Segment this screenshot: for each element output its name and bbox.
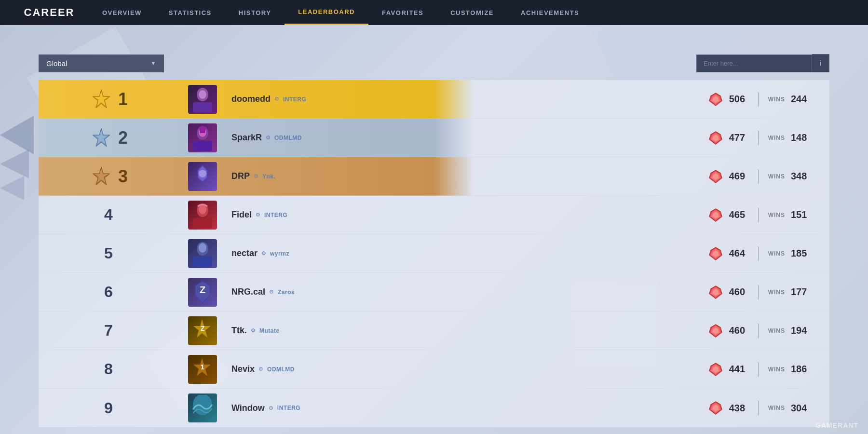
score-value: 460 bbox=[729, 286, 748, 298]
nav-item-overview[interactable]: OVERVIEW bbox=[89, 0, 155, 25]
score-divider bbox=[758, 246, 759, 261]
wins-value: 148 bbox=[791, 132, 810, 143]
wins-value: 194 bbox=[791, 325, 810, 336]
search-input[interactable] bbox=[696, 54, 812, 72]
clan-icon: ⚙ bbox=[266, 135, 271, 141]
svg-rect-42 bbox=[193, 257, 212, 267]
main-content: Global ▼ i 1 bbox=[0, 25, 868, 427]
score-section: 438 WINS 304 bbox=[708, 400, 829, 416]
rank-gem-icon bbox=[708, 207, 723, 223]
player-info: Fidel ⚙ INTERG bbox=[222, 210, 708, 220]
svg-point-43 bbox=[199, 243, 206, 253]
table-row[interactable]: 4 Fidel ⚙ INTERG 465 WINS bbox=[39, 196, 829, 234]
table-row[interactable]: 1 doomedd ⚙ INTERG 506 WINS bbox=[39, 80, 829, 119]
rank-gem-icon bbox=[708, 246, 723, 261]
rank-gem-icon bbox=[708, 362, 723, 377]
svg-point-70 bbox=[193, 395, 212, 415]
rank-gem-icon bbox=[708, 323, 723, 339]
svg-rect-16 bbox=[193, 141, 212, 151]
clan-name: INTERG bbox=[264, 212, 287, 218]
search-container: i bbox=[696, 54, 829, 72]
player-avatar bbox=[188, 123, 217, 152]
wins-label: WINS bbox=[768, 135, 785, 141]
rank-number: 6 bbox=[104, 283, 113, 301]
table-row[interactable]: 9 Window ⚙ INTERG 438 WINS bbox=[39, 389, 829, 427]
svg-point-27 bbox=[199, 170, 206, 177]
clan-icon: ⚙ bbox=[251, 327, 256, 334]
nav-item-history[interactable]: HISTORY bbox=[225, 0, 285, 25]
player-info: doomedd ⚙ INTERG bbox=[222, 94, 708, 104]
svg-text:Z: Z bbox=[200, 285, 205, 295]
rank-number: 2 bbox=[118, 128, 128, 148]
clan-icon: ⚙ bbox=[261, 250, 266, 257]
wins-label: WINS bbox=[768, 289, 785, 296]
clan-name: ODMLMD bbox=[267, 366, 295, 373]
score-section: 465 WINS 151 bbox=[708, 207, 829, 223]
player-avatar bbox=[188, 85, 217, 114]
table-row[interactable]: 7 Z Ttk. ⚙ Mutate 460 WINS bbox=[39, 312, 829, 350]
svg-text:1: 1 bbox=[201, 363, 204, 371]
nav-item-achievements[interactable]: ACHIEVEMENTS bbox=[507, 0, 593, 25]
rank-gem-icon bbox=[708, 285, 723, 300]
clan-icon: ⚙ bbox=[269, 289, 274, 295]
rank-gem-icon bbox=[708, 130, 723, 146]
avatar: 1 bbox=[183, 355, 222, 384]
avatar bbox=[183, 85, 222, 114]
score-value: 477 bbox=[729, 132, 748, 143]
player-name: Window bbox=[231, 403, 265, 413]
nav-item-favorites[interactable]: FAVORITES bbox=[368, 0, 437, 25]
rank-badge-icon bbox=[89, 87, 113, 111]
nav-item-leaderboard[interactable]: LEADERBOARD bbox=[285, 0, 368, 25]
rank-section: 9 bbox=[39, 399, 178, 417]
player-name: doomedd bbox=[231, 94, 271, 104]
table-row[interactable]: 5 nectar ⚙ wyrmz 464 WINS bbox=[39, 234, 829, 273]
wins-value: 304 bbox=[791, 403, 810, 414]
player-info: Ttk. ⚙ Mutate bbox=[222, 326, 708, 336]
table-row[interactable]: 8 1 Nevix ⚙ ODMLMD 441 WINS bbox=[39, 350, 829, 389]
avatar bbox=[183, 239, 222, 268]
info-button[interactable]: i bbox=[812, 54, 829, 72]
rank-number: 8 bbox=[104, 360, 113, 378]
region-select[interactable]: Global ▼ bbox=[39, 54, 164, 72]
table-row[interactable]: 2 SparkR ⚙ ODMLMD 477 WINS bbox=[39, 119, 829, 157]
score-section: 469 WINS 348 bbox=[708, 169, 829, 184]
player-info: Nevix ⚙ ODMLMD bbox=[222, 364, 708, 374]
rank-gem-icon bbox=[708, 400, 723, 416]
rank-section: 3 bbox=[39, 164, 178, 189]
nav-item-customize[interactable]: CUSTOMIZE bbox=[437, 0, 507, 25]
avatar: Z bbox=[183, 278, 222, 307]
wins-label: WINS bbox=[768, 250, 785, 257]
avatar bbox=[183, 162, 222, 191]
table-row[interactable]: 3 DRP ⚙ Ynk. 469 WINS 3 bbox=[39, 157, 829, 196]
main-nav: OVERVIEWSTATISTICSHISTORYLEADERBOARDFAVO… bbox=[89, 0, 868, 25]
player-name: DRP bbox=[231, 171, 250, 181]
wins-value: 177 bbox=[791, 286, 810, 298]
avatar bbox=[183, 201, 222, 230]
wins-value: 185 bbox=[791, 248, 810, 259]
table-row[interactable]: 6 Z NRG.cal ⚙ Zaros 460 WINS bbox=[39, 273, 829, 312]
rank-section: 2 bbox=[39, 126, 178, 150]
header: CAREER OVERVIEWSTATISTICSHISTORYLEADERBO… bbox=[0, 0, 868, 25]
rank-gem-icon bbox=[708, 169, 723, 184]
wins-value: 348 bbox=[791, 171, 810, 182]
score-value: 438 bbox=[729, 403, 748, 414]
svg-point-7 bbox=[199, 90, 206, 99]
score-value: 506 bbox=[729, 94, 748, 105]
player-info: Window ⚙ INTERG bbox=[222, 403, 708, 413]
player-info: SparkR ⚙ ODMLMD bbox=[222, 133, 708, 143]
wins-label: WINS bbox=[768, 366, 785, 373]
svg-marker-18 bbox=[199, 125, 206, 133]
region-dropdown[interactable]: Global ▼ bbox=[39, 54, 164, 72]
player-info: DRP ⚙ Ynk. bbox=[222, 171, 708, 181]
clan-name: wyrmz bbox=[270, 250, 289, 257]
score-value: 441 bbox=[729, 364, 748, 375]
rank-section: 8 bbox=[39, 360, 178, 378]
nav-item-statistics[interactable]: STATISTICS bbox=[155, 0, 225, 25]
dropdown-arrow-icon: ▼ bbox=[150, 60, 156, 67]
score-divider bbox=[758, 131, 759, 145]
score-divider bbox=[758, 285, 759, 299]
rank-number: 5 bbox=[104, 244, 113, 262]
clan-icon: ⚙ bbox=[256, 212, 260, 218]
avatar: Z bbox=[183, 316, 222, 345]
rank-number: 1 bbox=[118, 89, 128, 109]
